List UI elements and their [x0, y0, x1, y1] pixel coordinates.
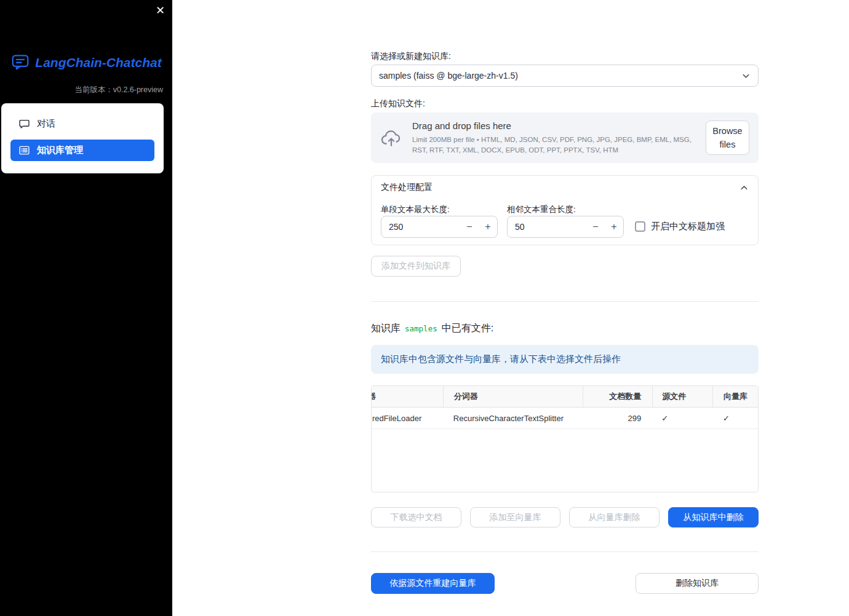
expander-header[interactable]: 文件处理配置: [372, 176, 758, 199]
kb-select-dropdown[interactable]: samples (faiss @ bge-large-zh-v1.5): [371, 65, 759, 87]
chevron-up-icon: [739, 183, 749, 192]
sidebar-item-knowledge-base[interactable]: 知识库管理: [10, 140, 154, 161]
kb-name-code: samples: [405, 324, 437, 333]
upload-label: 上传知识文件:: [371, 98, 425, 109]
overlap-size-input[interactable]: 50 − +: [507, 216, 624, 238]
card-list-icon: [19, 145, 30, 156]
chunk-size-value[interactable]: 250: [381, 222, 460, 232]
kb-files-table[interactable]: 器 分词器 文档数量 源文件 向量库 redFileLoader Recursi…: [371, 385, 759, 492]
info-banner: 知识库中包含源文件与向量库，请从下表中选择文件后操作: [371, 345, 759, 374]
overlap-size-decrement-button[interactable]: −: [586, 216, 605, 237]
zh-title-enhance-label: 开启中文标题加强: [651, 221, 725, 232]
info-banner-text: 知识库中包含源文件与向量库，请从下表中选择文件后操作: [381, 353, 621, 365]
kb-select-value: samples (faiss @ bge-large-zh-v1.5): [379, 71, 518, 81]
zh-title-enhance-row[interactable]: 开启中文标题加强: [635, 221, 725, 232]
table-header-splitter[interactable]: 分词器: [443, 386, 583, 407]
overlap-size-increment-button[interactable]: +: [605, 216, 623, 237]
add-files-to-kb-button[interactable]: 添加文件到知识库: [371, 256, 461, 277]
add-to-vector-store-button[interactable]: 添加至向量库: [470, 507, 560, 527]
content-column: 请选择或新建知识库: samples (faiss @ bge-large-zh…: [371, 0, 759, 616]
cell-doc-count: 299: [583, 408, 652, 428]
table-header-loader[interactable]: 器: [372, 386, 443, 407]
existing-files-suffix: 中已有文件:: [442, 322, 493, 335]
upload-texts: Drag and drop files here Limit 200MB per…: [412, 120, 696, 155]
sidebar-menu: 对话 知识库管理: [1, 103, 164, 173]
cell-splitter: RecursiveCharacterTextSplitter: [443, 408, 583, 428]
cell-source-file-check: ✓: [652, 408, 712, 428]
delete-from-vector-store-button[interactable]: 从向量库删除: [569, 507, 660, 527]
chevron-down-icon: [741, 71, 751, 81]
drag-drop-text: Drag and drop files here: [412, 120, 696, 131]
overlap-size-label: 相邻文本重合长度:: [507, 204, 576, 215]
cell-vector-store-check: ✓: [712, 408, 758, 428]
zh-title-enhance-checkbox[interactable]: [635, 221, 645, 232]
table-header-source-file[interactable]: 源文件: [652, 386, 712, 407]
cell-loader: redFileLoader: [372, 408, 443, 428]
chunk-size-increment-button[interactable]: +: [479, 216, 497, 237]
table-header-doc-count[interactable]: 文档数量: [583, 386, 652, 407]
rebuild-vector-store-button[interactable]: 依据源文件重建向量库: [371, 573, 495, 594]
sidebar-item-label: 对话: [37, 118, 55, 130]
divider: [371, 551, 759, 552]
existing-files-heading: 知识库 samples 中已有文件:: [371, 322, 493, 335]
expander-title: 文件处理配置: [381, 182, 432, 193]
sidebar: ✕ LangChain-Chatchat 当前版本：v0.2.6-preview…: [0, 0, 172, 616]
download-selected-button[interactable]: 下载选中文档: [371, 507, 461, 527]
sidebar-item-dialogue[interactable]: 对话: [10, 113, 154, 135]
delete-from-kb-button[interactable]: 从知识库中删除: [668, 507, 759, 527]
chunk-size-input[interactable]: 250 − +: [381, 216, 498, 238]
existing-files-prefix: 知识库: [371, 322, 401, 335]
chunk-size-decrement-button[interactable]: −: [460, 216, 479, 237]
table-row[interactable]: redFileLoader RecursiveCharacterTextSpli…: [372, 408, 758, 429]
main-area: 请选择或新建知识库: samples (faiss @ bge-large-zh…: [172, 0, 849, 616]
chunk-size-label: 单段文本最大长度:: [381, 204, 450, 215]
cloud-upload-icon: [380, 128, 402, 147]
chat-bubble-icon: [19, 119, 30, 129]
app-logo: LangChain-Chatchat: [0, 53, 172, 73]
upload-limit-text: Limit 200MB per file • HTML, MD, JSON, C…: [412, 135, 696, 155]
delete-kb-button[interactable]: 删除知识库: [636, 573, 759, 594]
version-label: 当前版本：v0.2.6-preview: [74, 85, 163, 95]
sidebar-close-button[interactable]: ✕: [156, 4, 165, 17]
table-header-vector-store[interactable]: 向量库: [712, 386, 758, 407]
divider: [371, 301, 759, 302]
file-config-expander: 文件处理配置 单段文本最大长度: 相邻文本重合长度: 250 − + 50 − …: [371, 175, 759, 245]
browse-files-button[interactable]: Browse files: [706, 120, 749, 156]
table-header-row: 器 分词器 文档数量 源文件 向量库: [372, 386, 758, 408]
overlap-size-value[interactable]: 50: [508, 222, 586, 232]
kb-select-label: 请选择或新建知识库:: [371, 51, 451, 62]
file-dropzone[interactable]: Drag and drop files here Limit 200MB per…: [371, 113, 759, 163]
sidebar-item-label: 知识库管理: [37, 144, 83, 156]
file-action-buttons: 下载选中文档 添加至向量库 从向量库删除 从知识库中删除: [371, 507, 759, 527]
logo-chat-icon: [10, 53, 30, 73]
logo-text: LangChain-Chatchat: [35, 55, 161, 70]
